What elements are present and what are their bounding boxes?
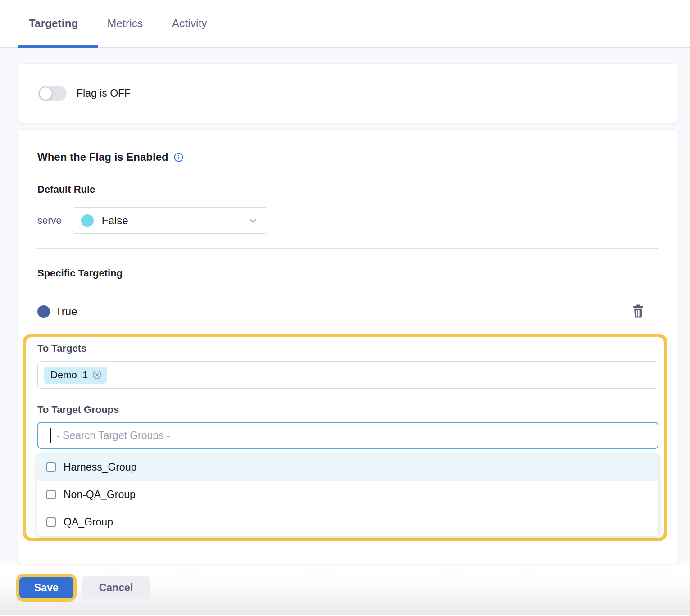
group-checkbox[interactable] (46, 517, 56, 527)
rule-variation-label: True (55, 305, 77, 318)
save-button[interactable]: Save (19, 577, 73, 598)
default-rule-heading: Default Rule (37, 184, 678, 195)
group-option-non-qa-group[interactable]: Non-QA_Group (37, 481, 658, 508)
targeting-panel: Flag is OFF When the Flag is Enabled Def… (0, 48, 690, 564)
to-target-groups-label: To Target Groups (37, 404, 658, 416)
active-tab-indicator (18, 45, 98, 48)
tab-metrics[interactable]: Metrics (107, 17, 143, 30)
group-option-qa-group[interactable]: QA_Group (37, 508, 658, 536)
group-option-harness-group[interactable]: Harness_Group (37, 453, 658, 481)
tab-activity[interactable]: Activity (172, 17, 207, 30)
save-highlight-ring: Save (16, 574, 77, 602)
variation-color-dot (81, 214, 94, 227)
selected-variation-value: False (102, 214, 247, 227)
default-rule-serve-row: serve False (37, 207, 678, 234)
tab-targeting[interactable]: Targeting (29, 17, 78, 30)
default-variation-select[interactable]: False (72, 207, 268, 234)
when-enabled-heading: When the Flag is Enabled (37, 151, 678, 163)
tab-bar: Targeting Metrics Activity (0, 0, 690, 48)
flag-state-label: Flag is OFF (77, 87, 131, 100)
group-checkbox[interactable] (46, 462, 56, 472)
when-enabled-card: When the Flag is Enabled Default Rule se… (18, 130, 678, 564)
chevron-down-icon (247, 215, 259, 226)
cancel-button[interactable]: Cancel (82, 576, 150, 599)
group-checkbox[interactable] (46, 490, 56, 499)
remove-target-icon[interactable] (92, 370, 102, 380)
info-icon[interactable] (173, 152, 184, 163)
serve-label: serve (37, 215, 62, 226)
target-groups-search-input[interactable] (37, 422, 658, 449)
target-chip-label: Demo_1 (50, 369, 88, 381)
specific-targeting-heading: Specific Targeting (37, 267, 678, 279)
targeting-highlight-region: To Targets Demo_1 To Target Groups (23, 334, 667, 541)
text-caret (50, 428, 51, 443)
target-groups-search-wrap (37, 422, 658, 449)
variation-color-dot (37, 305, 50, 318)
target-groups-dropdown: Harness_Group Non-QA_Group QA_Group (37, 453, 658, 536)
footer-actions: Save Cancel (0, 564, 690, 615)
specific-rule-variation-row: True (37, 304, 678, 319)
to-targets-label: To Targets (37, 343, 658, 354)
targets-input[interactable]: Demo_1 (37, 361, 658, 389)
flag-state-card: Flag is OFF (18, 64, 678, 123)
group-option-label: QA_Group (64, 516, 113, 528)
flag-toggle-knob (39, 87, 52, 100)
target-chip: Demo_1 (44, 367, 107, 384)
section-divider (37, 248, 658, 249)
group-option-label: Non-QA_Group (64, 489, 136, 501)
delete-rule-button[interactable] (631, 303, 645, 319)
group-option-label: Harness_Group (64, 461, 136, 473)
when-enabled-title-text: When the Flag is Enabled (37, 151, 168, 163)
flag-toggle[interactable] (38, 86, 67, 101)
